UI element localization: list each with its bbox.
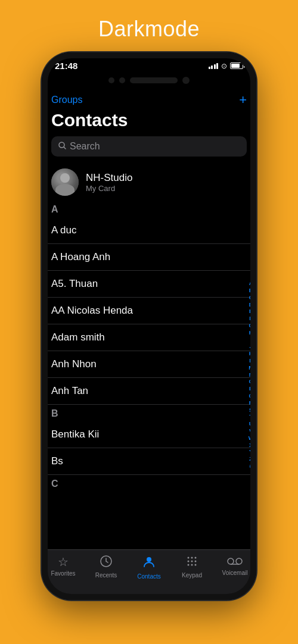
tab-contacts[interactable]: Contacts bbox=[128, 555, 170, 580]
svg-point-7 bbox=[188, 561, 190, 562]
contact-name: Anh Nhon bbox=[51, 358, 97, 370]
favorites-label: Favorites bbox=[51, 570, 75, 577]
my-card-info: NH-Studio My Card bbox=[86, 172, 132, 193]
keypad-label: Keypad bbox=[182, 572, 202, 579]
alpha-a[interactable]: A bbox=[247, 280, 255, 287]
add-contact-button[interactable]: + bbox=[239, 92, 247, 108]
search-icon bbox=[58, 142, 66, 151]
status-icons: ⊙ bbox=[209, 62, 244, 70]
svg-point-14 bbox=[236, 558, 242, 564]
alpha-q[interactable]: Q bbox=[247, 393, 255, 399]
svg-point-3 bbox=[147, 557, 151, 562]
contact-name: A duc bbox=[51, 224, 77, 236]
svg-point-11 bbox=[191, 564, 193, 566]
alpha-p[interactable]: P bbox=[247, 386, 255, 392]
voicemail-icon bbox=[227, 555, 243, 568]
alpha-g[interactable]: G bbox=[247, 323, 255, 329]
svg-point-9 bbox=[195, 561, 197, 562]
alpha-m[interactable]: M bbox=[247, 365, 255, 371]
alpha-y[interactable]: Y bbox=[247, 449, 255, 455]
alpha-v[interactable]: V bbox=[247, 428, 255, 434]
alpha-u[interactable]: U bbox=[247, 421, 255, 427]
signal-icon bbox=[209, 63, 219, 69]
home-bar bbox=[113, 594, 185, 596]
notch bbox=[42, 76, 256, 87]
svg-point-5 bbox=[191, 557, 193, 559]
contact-name: A Hoang Anh bbox=[51, 251, 110, 262]
alpha-d[interactable]: D bbox=[247, 302, 255, 308]
alpha-n[interactable]: N bbox=[247, 372, 255, 379]
status-time: 21:48 bbox=[55, 61, 77, 71]
tab-recents[interactable]: Recents bbox=[85, 555, 128, 580]
favorites-icon: ☆ bbox=[58, 555, 69, 569]
alpha-w[interactable]: W bbox=[247, 435, 255, 442]
section-header-b: B bbox=[42, 405, 256, 421]
app-content: Groups + Contacts Search bbox=[42, 87, 256, 600]
home-indicator bbox=[42, 592, 256, 600]
avatar bbox=[51, 168, 79, 196]
contact-item-aa-nicolas[interactable]: AA Nicolas Henda bbox=[42, 298, 256, 324]
alpha-f[interactable]: F bbox=[247, 315, 255, 322]
alpha-x[interactable]: X bbox=[247, 442, 255, 449]
tab-keypad[interactable]: Keypad bbox=[170, 555, 213, 580]
contact-item-anh-nhon[interactable]: Anh Nhon bbox=[42, 351, 256, 378]
alpha-i[interactable]: I bbox=[247, 337, 255, 343]
alpha-j[interactable]: J bbox=[247, 343, 255, 350]
svg-point-13 bbox=[228, 558, 234, 564]
contact-item-adam-smith[interactable]: Adam smith bbox=[42, 324, 256, 351]
alpha-e[interactable]: E bbox=[247, 308, 255, 315]
svg-point-8 bbox=[191, 561, 193, 562]
svg-point-6 bbox=[195, 557, 197, 559]
search-placeholder: Search bbox=[70, 141, 100, 152]
phone-frame: 21:48 ⊙ bbox=[42, 52, 256, 600]
search-bar[interactable]: Search bbox=[51, 136, 247, 157]
contact-name: Adam smith bbox=[51, 332, 105, 343]
alpha-b[interactable]: B bbox=[247, 287, 255, 294]
section-header-c: C bbox=[42, 475, 256, 492]
my-card-name: NH-Studio bbox=[86, 172, 132, 184]
tab-favorites[interactable]: ☆ Favorites bbox=[42, 555, 85, 580]
tab-voicemail[interactable]: Voicemail bbox=[213, 555, 256, 580]
groups-button[interactable]: Groups bbox=[51, 95, 82, 105]
alpha-o[interactable]: O bbox=[247, 379, 255, 385]
contact-name: Bs bbox=[51, 455, 63, 467]
alpha-k[interactable]: K bbox=[247, 351, 255, 357]
alpha-h[interactable]: H bbox=[247, 330, 255, 336]
recents-icon bbox=[100, 555, 113, 571]
battery-icon bbox=[230, 62, 243, 69]
my-card[interactable]: NH-Studio My Card bbox=[42, 164, 256, 201]
contact-item-a5thuan[interactable]: A5. Thuan bbox=[42, 271, 256, 298]
contact-item-ahoang[interactable]: A Hoang Anh bbox=[42, 244, 256, 271]
contact-name: Anh Tan bbox=[51, 385, 88, 396]
contact-name: A5. Thuan bbox=[51, 278, 98, 289]
tab-bar: ☆ Favorites Recents bbox=[42, 549, 256, 592]
alpha-c[interactable]: C bbox=[247, 295, 255, 301]
alpha-r[interactable]: R bbox=[247, 400, 255, 407]
svg-point-10 bbox=[188, 564, 190, 566]
contact-item-bentika[interactable]: Bentika Kii bbox=[42, 421, 256, 448]
contact-name: AA Nicolas Henda bbox=[51, 305, 133, 316]
wifi-icon: ⊙ bbox=[221, 62, 227, 70]
alpha-z[interactable]: Z bbox=[247, 456, 255, 462]
alpha-l[interactable]: L bbox=[247, 358, 255, 364]
contact-item-aduc[interactable]: A duc bbox=[42, 217, 256, 244]
contacts-label: Contacts bbox=[137, 573, 160, 580]
contact-name: Bentika Kii bbox=[51, 429, 99, 440]
keypad-icon bbox=[185, 555, 198, 571]
recents-label: Recents bbox=[95, 572, 117, 579]
phone-screen: 21:48 ⊙ bbox=[42, 52, 256, 600]
svg-point-4 bbox=[188, 557, 190, 559]
voicemail-label: Voicemail bbox=[222, 570, 248, 576]
contacts-icon bbox=[142, 555, 156, 572]
contact-item-bs[interactable]: Bs bbox=[42, 448, 256, 475]
contacts-list[interactable]: A A duc A Hoang Anh A5. Thuan AA Nicolas… bbox=[42, 201, 256, 549]
alpha-s[interactable]: S bbox=[247, 407, 255, 414]
contacts-title: Contacts bbox=[51, 110, 247, 130]
alpha-t[interactable]: T bbox=[247, 414, 255, 420]
status-bar: 21:48 ⊙ bbox=[42, 52, 256, 76]
svg-point-12 bbox=[195, 564, 197, 566]
contact-item-anh-tan[interactable]: Anh Tan bbox=[42, 378, 256, 405]
my-card-subtitle: My Card bbox=[86, 184, 132, 193]
alphabet-index[interactable]: A B C D E F G H I J K L M N O P Q bbox=[247, 201, 255, 549]
alpha-hash[interactable]: # bbox=[247, 463, 255, 470]
